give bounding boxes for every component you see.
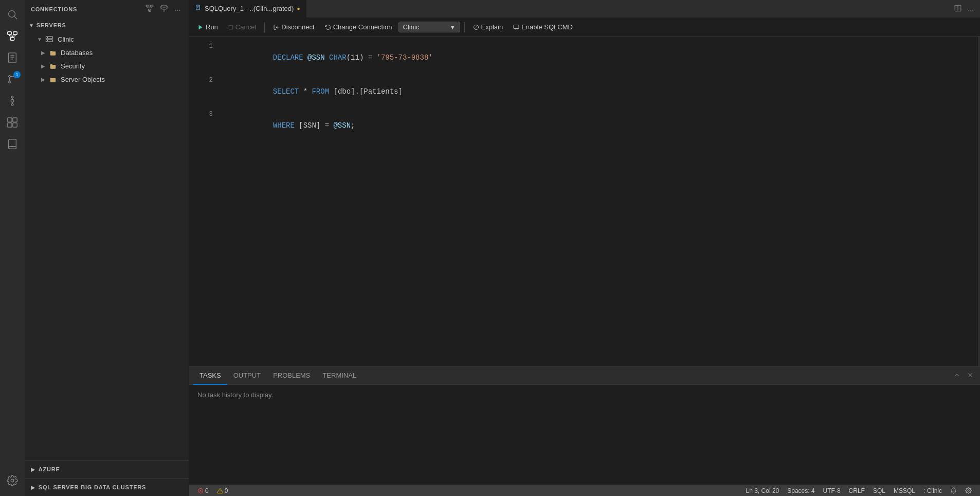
server-objects-label: Server Objects <box>61 76 105 83</box>
change-connection-button[interactable]: Change Connection <box>321 22 396 32</box>
svg-point-13 <box>9 76 11 78</box>
status-notification-icon[interactable] <box>946 485 961 497</box>
code-content[interactable]: 1 DECLARE @SSN CHAR(11) = '795-73-9838' … <box>189 37 980 366</box>
svg-point-18 <box>11 104 13 106</box>
problems-tab[interactable]: PROBLEMS <box>267 367 316 385</box>
warning-count: 0 <box>225 487 228 494</box>
svg-rect-26 <box>147 5 149 7</box>
activity-icon-book[interactable] <box>2 134 23 154</box>
activity-icon-extensions[interactable] <box>2 112 23 133</box>
activity-icon-source-control[interactable]: 1 <box>2 69 23 90</box>
svg-point-39 <box>47 37 47 38</box>
status-spaces[interactable]: Spaces: 4 <box>783 485 819 497</box>
servers-label: SERVERS <box>37 22 66 28</box>
panel-tabs: TASKS OUTPUT PROBLEMS TERMINAL <box>189 367 980 385</box>
terminal-tab[interactable]: TERMINAL <box>316 367 362 385</box>
tasks-tab[interactable]: TASKS <box>193 367 227 385</box>
change-connection-label: Change Connection <box>333 23 392 31</box>
source-control-badge: 1 <box>13 71 21 78</box>
status-mode[interactable]: MSSQL <box>890 485 919 497</box>
status-warnings[interactable]: 0 <box>213 485 232 497</box>
server-objects-folder-icon <box>49 75 57 83</box>
status-left: 0 0 <box>193 485 232 497</box>
disconnect-button[interactable]: Disconnect <box>269 22 318 32</box>
svg-rect-48 <box>514 25 519 28</box>
disconnect-label: Disconnect <box>281 23 314 31</box>
sidebar-content: ▼ SERVERS ▼ Clinic ▶ Databases <box>25 18 189 460</box>
status-line-ending[interactable]: CRLF <box>845 485 869 497</box>
sidebar-header-actions: ... <box>143 3 183 15</box>
more-icon[interactable]: ... <box>172 3 183 15</box>
explain-button[interactable]: Explain <box>469 22 507 32</box>
code-line-3: 3 WHERE [SSN] = @SSN; <box>189 109 980 143</box>
panel-collapse-icon[interactable] <box>951 370 963 381</box>
connection-value: Clinic <box>403 23 420 31</box>
cancel-label: Cancel <box>235 23 256 31</box>
panel-content: No task history to display. <box>189 385 980 485</box>
svg-rect-9 <box>9 53 16 62</box>
status-position[interactable]: Ln 3, Col 20 <box>742 485 784 497</box>
status-encoding[interactable]: UTF-8 <box>819 485 845 497</box>
svg-point-16 <box>11 99 14 102</box>
run-label: Run <box>206 23 218 31</box>
server-objects-item[interactable]: ▶ Server Objects <box>25 73 189 86</box>
activity-icon-search[interactable] <box>2 4 23 25</box>
svg-point-56 <box>968 490 969 491</box>
new-connection-icon[interactable] <box>143 3 156 15</box>
sql-file-icon <box>195 5 202 12</box>
cancel-button[interactable]: Cancel <box>224 22 260 32</box>
sql-bigdata-label: SQL SERVER BIG DATA CLUSTERS <box>39 484 146 490</box>
line-number-2: 2 <box>197 75 213 86</box>
status-connection-name[interactable]: : Clinic <box>919 485 946 497</box>
azure-header[interactable]: ▶ AZURE <box>25 463 189 476</box>
svg-rect-30 <box>151 5 153 7</box>
svg-rect-2 <box>8 32 11 35</box>
svg-point-34 <box>161 5 167 7</box>
svg-rect-4 <box>10 38 14 41</box>
activity-icon-connections[interactable] <box>2 26 23 46</box>
enable-sqlcmd-label: Enable SQLCMD <box>521 23 573 31</box>
security-item[interactable]: ▶ Security <box>25 59 189 73</box>
add-server-icon[interactable] <box>158 3 170 15</box>
status-errors[interactable]: 0 <box>193 485 213 497</box>
settings-icon[interactable] <box>2 470 23 491</box>
activity-bottom <box>2 470 23 492</box>
clinic-label: Clinic <box>58 36 74 43</box>
svg-marker-44 <box>199 25 203 29</box>
panel-close-icon[interactable] <box>965 370 976 381</box>
server-objects-chevron: ▶ <box>41 77 49 82</box>
editor-toolbar: Run Cancel Disconnect Change Connection … <box>189 18 980 37</box>
code-line-1: 1 DECLARE @SSN CHAR(11) = '795-73-9838' <box>189 41 980 75</box>
svg-point-0 <box>9 11 15 17</box>
panel-area: TASKS OUTPUT PROBLEMS TERMINAL No task h… <box>189 366 980 485</box>
servers-section-header[interactable]: ▼ SERVERS <box>25 18 189 32</box>
svg-point-55 <box>220 492 220 492</box>
enable-sqlcmd-button[interactable]: Enable SQLCMD <box>509 22 577 32</box>
activity-bar: 1 <box>0 0 25 496</box>
code-editor[interactable]: 1 DECLARE @SSN CHAR(11) = '795-73-9838' … <box>189 37 980 366</box>
databases-item[interactable]: ▶ Databases <box>25 46 189 59</box>
status-language[interactable]: SQL <box>869 485 890 497</box>
activity-icon-git[interactable] <box>2 91 23 111</box>
security-folder-icon <box>49 62 57 70</box>
toolbar-separator-2 <box>464 22 465 32</box>
main-layout: CONNECTIONS ... ▼ SERVERS ▼ <box>25 0 980 496</box>
svg-rect-3 <box>13 32 17 35</box>
connection-dropdown[interactable]: Clinic ▼ <box>398 22 460 32</box>
svg-line-1 <box>14 16 17 19</box>
status-settings-icon[interactable] <box>961 485 976 497</box>
output-tab[interactable]: OUTPUT <box>227 367 267 385</box>
run-button[interactable]: Run <box>193 22 222 32</box>
more-actions-icon[interactable]: ... <box>966 4 976 14</box>
clinic-server-item[interactable]: ▼ Clinic <box>25 32 189 46</box>
sql-bigdata-header[interactable]: ▶ SQL SERVER BIG DATA CLUSTERS <box>25 481 189 494</box>
sql-query-tab[interactable]: SQLQuery_1 - ..(Clin...grated) ● <box>189 0 306 18</box>
svg-rect-24 <box>13 123 17 127</box>
line-number-3: 3 <box>197 109 213 120</box>
databases-folder-icon <box>49 48 57 57</box>
split-editor-icon[interactable] <box>952 4 964 14</box>
sidebar: CONNECTIONS ... ▼ SERVERS ▼ <box>25 0 189 496</box>
sidebar-header: CONNECTIONS ... <box>25 0 189 18</box>
sidebar-footer: ▶ AZURE ▶ SQL SERVER BIG DATA CLUSTERS <box>25 460 189 496</box>
activity-icon-notebooks[interactable] <box>2 47 23 68</box>
